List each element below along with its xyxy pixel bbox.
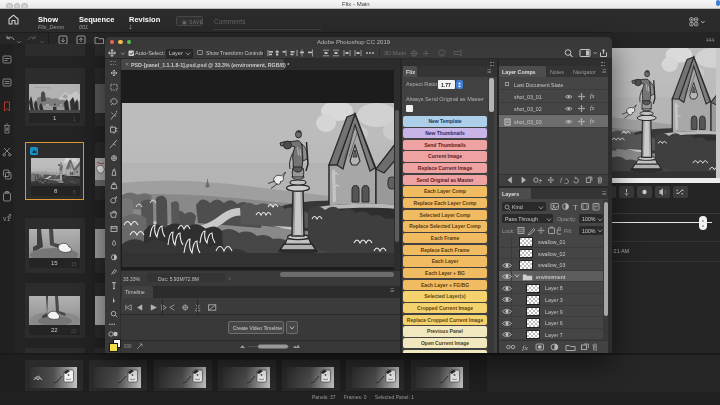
svg-text:f: f — [560, 176, 563, 183]
svg-text:v1: v1 — [3, 215, 11, 222]
svg-text:...nt: ...nt — [33, 374, 41, 379]
svg-text:fx: fx — [522, 344, 529, 351]
svg-text:T: T — [573, 203, 578, 212]
